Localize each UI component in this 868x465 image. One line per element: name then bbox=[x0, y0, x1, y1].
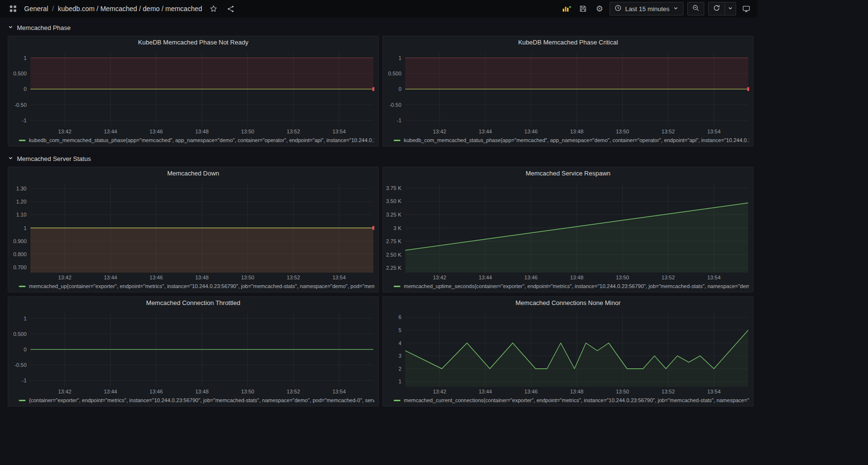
svg-text:13:46: 13:46 bbox=[150, 275, 163, 280]
share-icon[interactable] bbox=[225, 2, 237, 15]
time-range-picker[interactable]: Last 15 minutes bbox=[610, 2, 683, 15]
svg-text:2: 2 bbox=[398, 366, 401, 372]
row-header-memcached-phase[interactable]: Memcached Phase bbox=[8, 19, 754, 36]
legend-label[interactable]: memcached_uptime_seconds{container="expo… bbox=[404, 283, 749, 289]
svg-text:0.500: 0.500 bbox=[388, 71, 401, 76]
svg-text:13:42: 13:42 bbox=[58, 129, 71, 134]
chevron-down-icon bbox=[727, 5, 733, 13]
chevron-down-icon bbox=[673, 5, 679, 13]
svg-text:2.25 K: 2.25 K bbox=[386, 265, 401, 271]
svg-text:0.700: 0.700 bbox=[13, 264, 27, 270]
row-title: Memcached Phase bbox=[17, 24, 71, 31]
svg-text:1: 1 bbox=[398, 378, 401, 384]
breadcrumb: General / kubedb.com / Memcached / demo … bbox=[24, 5, 202, 13]
legend: memcached_current_connections{container=… bbox=[383, 396, 753, 406]
legend-swatch bbox=[394, 140, 400, 141]
svg-text:5: 5 bbox=[398, 327, 401, 333]
svg-text:13:54: 13:54 bbox=[707, 275, 721, 280]
breadcrumb-folder[interactable]: General bbox=[24, 5, 48, 13]
svg-text:2.50 K: 2.50 K bbox=[386, 252, 401, 258]
svg-text:6: 6 bbox=[398, 314, 401, 320]
svg-text:-1: -1 bbox=[22, 378, 27, 383]
legend-swatch bbox=[19, 286, 26, 287]
svg-text:13:42: 13:42 bbox=[433, 275, 446, 280]
svg-text:13:54: 13:54 bbox=[332, 275, 346, 280]
svg-text:4: 4 bbox=[398, 340, 401, 346]
legend: kubedb_com_memcached_status_phase{app="m… bbox=[8, 136, 378, 146]
legend-label[interactable]: {container="exporter", endpoint="metrics… bbox=[29, 397, 374, 403]
svg-text:13:46: 13:46 bbox=[150, 389, 163, 394]
svg-text:0: 0 bbox=[24, 86, 27, 92]
panel-title[interactable]: Memcached Down bbox=[8, 167, 378, 180]
time-series-chart[interactable]: -1-0.5000.500113:4213:4413:4613:4813:501… bbox=[8, 49, 378, 136]
svg-text:1: 1 bbox=[24, 225, 27, 231]
panel-title[interactable]: KubeDB Memcached Phase Critical bbox=[383, 36, 753, 49]
legend: memcached_uptime_seconds{container="expo… bbox=[383, 282, 753, 292]
svg-text:-0.50: -0.50 bbox=[389, 102, 401, 108]
svg-text:13:46: 13:46 bbox=[150, 129, 163, 134]
svg-text:1.10: 1.10 bbox=[16, 212, 27, 218]
svg-text:13:54: 13:54 bbox=[707, 389, 721, 394]
save-dashboard-icon[interactable] bbox=[577, 2, 589, 15]
svg-text:13:50: 13:50 bbox=[616, 389, 629, 394]
refresh-interval-dropdown[interactable] bbox=[725, 2, 736, 15]
dashboards-grid-icon[interactable] bbox=[7, 2, 19, 15]
breadcrumb-dashboard-title[interactable]: kubedb.com / Memcached / demo / memcache… bbox=[58, 5, 202, 13]
clock-icon bbox=[614, 4, 622, 13]
svg-text:13:50: 13:50 bbox=[616, 129, 629, 134]
svg-text:13:48: 13:48 bbox=[570, 275, 583, 280]
legend-swatch bbox=[394, 286, 400, 287]
svg-text:13:42: 13:42 bbox=[433, 389, 446, 394]
svg-text:13:50: 13:50 bbox=[241, 275, 255, 280]
svg-text:13:44: 13:44 bbox=[479, 389, 492, 394]
panel-title[interactable]: Memcached Connection Throttled bbox=[8, 297, 378, 309]
svg-text:13:52: 13:52 bbox=[287, 389, 300, 394]
svg-text:13:50: 13:50 bbox=[241, 389, 255, 394]
svg-text:13:52: 13:52 bbox=[662, 129, 675, 134]
svg-text:0.800: 0.800 bbox=[13, 251, 27, 257]
legend-label[interactable]: kubedb_com_memcached_status_phase{app="m… bbox=[29, 137, 374, 143]
settings-gear-icon[interactable]: ⚙ bbox=[593, 2, 606, 15]
legend-label[interactable]: kubedb_com_memcached_status_phase{app="m… bbox=[404, 137, 749, 143]
svg-text:13:42: 13:42 bbox=[58, 275, 71, 280]
top-nav: General / kubedb.com / Memcached / demo … bbox=[0, 0, 757, 17]
svg-text:3 K: 3 K bbox=[393, 225, 401, 231]
panel-title[interactable]: KubeDB Memcached Phase Not Ready bbox=[8, 36, 378, 49]
dashboard: Memcached Phase KubeDB Memcached Phase N… bbox=[0, 17, 757, 407]
refresh-button[interactable] bbox=[708, 2, 725, 15]
legend-label[interactable]: memcached_up{container="exporter", endpo… bbox=[29, 283, 374, 289]
chevron-down-icon bbox=[8, 23, 14, 32]
zoom-out-button[interactable] bbox=[687, 2, 704, 15]
svg-text:13:44: 13:44 bbox=[104, 129, 117, 134]
svg-text:13:52: 13:52 bbox=[287, 275, 300, 280]
svg-text:1.30: 1.30 bbox=[16, 186, 27, 191]
svg-text:13:54: 13:54 bbox=[332, 129, 346, 134]
time-series-chart[interactable]: 0.7000.8000.90011.101.201.3013:4213:4413… bbox=[8, 180, 378, 282]
svg-text:13:52: 13:52 bbox=[662, 389, 675, 394]
svg-text:13:50: 13:50 bbox=[241, 129, 255, 134]
panel-title[interactable]: Memcached Service Respawn bbox=[383, 167, 753, 180]
add-panel-icon[interactable] bbox=[560, 2, 573, 15]
svg-text:1: 1 bbox=[24, 55, 27, 61]
svg-text:0.500: 0.500 bbox=[13, 71, 27, 76]
panel-memcached-down: Memcached Down 0.7000.8000.90011.101.201… bbox=[8, 167, 379, 292]
time-series-chart[interactable]: -1-0.5000.500113:4213:4413:4613:4813:501… bbox=[8, 309, 378, 396]
chevron-down-icon bbox=[8, 154, 14, 163]
svg-text:13:42: 13:42 bbox=[58, 389, 71, 394]
time-series-chart[interactable]: -1-0.5000.500113:4213:4413:4613:4813:501… bbox=[383, 49, 753, 136]
panel-title[interactable]: Memcached Connections None Minor bbox=[383, 297, 753, 309]
breadcrumb-separator: / bbox=[52, 5, 54, 13]
svg-text:13:46: 13:46 bbox=[525, 129, 538, 134]
time-series-chart[interactable]: 2.25 K2.50 K2.75 K3 K3.25 K3.50 K3.75 K1… bbox=[383, 180, 753, 282]
svg-text:13:44: 13:44 bbox=[479, 129, 492, 134]
svg-text:0: 0 bbox=[24, 347, 27, 352]
kiosk-monitor-icon[interactable] bbox=[740, 2, 753, 15]
time-series-chart[interactable]: 12345613:4213:4413:4613:4813:5013:5213:5… bbox=[383, 309, 753, 396]
row-header-memcached-server-status[interactable]: Memcached Server Status bbox=[8, 150, 754, 167]
legend-label[interactable]: memcached_current_connections{container=… bbox=[404, 397, 749, 403]
panel-connection-throttled: Memcached Connection Throttled -1-0.5000… bbox=[8, 296, 379, 407]
svg-text:13:54: 13:54 bbox=[332, 389, 346, 394]
star-icon[interactable] bbox=[207, 2, 220, 15]
svg-text:13:46: 13:46 bbox=[525, 389, 538, 394]
svg-text:0.500: 0.500 bbox=[13, 331, 27, 337]
